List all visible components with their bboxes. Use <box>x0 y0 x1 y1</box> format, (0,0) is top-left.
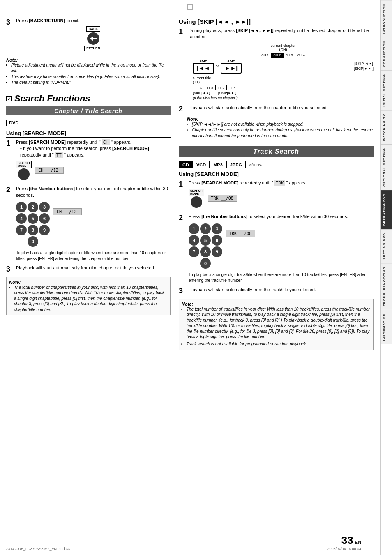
back-return-diagram: BACK RETURN <box>16 26 171 51</box>
ts-note-box: Note: The total number of tracks/files i… <box>179 299 374 350</box>
chapter-diagram: current chapter(CH) CH 1 CH 2 CH 3 CH 4 <box>193 44 374 100</box>
numpad-btn-5: 5 <box>28 213 38 224</box>
dvd-badge: DVD <box>6 120 21 126</box>
skip-right-label: [SKIP|►►|] <box>354 67 374 71</box>
right-note-list: [SKIP|◄◄/►►|] are not available when pla… <box>187 122 374 139</box>
sidebar-tab-watching-tv[interactable]: WATCHING TV <box>381 110 392 144</box>
footer-left: A74GCUE_LD370SS8 M2_EN.indd 33 <box>6 547 70 551</box>
format-tab-mp3[interactable]: MP3 <box>210 161 226 168</box>
left-step2-text: Press [the Number buttons] to select you… <box>16 186 171 198</box>
left-step2-content: Press [the Number buttons] to select you… <box>16 186 171 262</box>
search-mode-button <box>18 168 30 180</box>
ts-search-diagram: SEARCHMODE TRK __/08 <box>189 189 374 208</box>
ts-step1-content: Press [SEARCH MODE] repeatedly until " T… <box>189 180 374 210</box>
left-step3b-content: Playback will start automatically from t… <box>16 265 171 271</box>
left-column: 3 Press [BACK/RETURN] to exit. BACK <box>6 18 171 353</box>
note-title-1: Note: <box>6 58 171 62</box>
sidebar-tab-connection[interactable]: CONNECTION <box>381 37 392 70</box>
left-step2: 2 Press [the Number buttons] to select y… <box>6 186 171 262</box>
numpad-btn-1: 1 <box>16 202 27 212</box>
numpad-btn-2: 2 <box>28 202 38 212</box>
search-mode-diagram-1: SEARCHMODE CH __/12 <box>16 161 171 180</box>
left-step1: 1 Press [SEARCH MODE] repeatedly until "… <box>6 139 171 182</box>
right-step1-num: 1 <box>179 28 186 36</box>
right-note-item-1: [SKIP|◄◄/►►|] are not available when pla… <box>192 122 374 127</box>
note-item-1-3: The default setting is "NORMAL". <box>11 80 171 85</box>
sidebar-tab-setting-dvd[interactable]: SETTING DVD <box>381 229 392 263</box>
left-step2-num: 2 <box>6 186 14 194</box>
note-item-1-1: Picture adjustment menu will not be disp… <box>11 62 171 74</box>
sidebar-tab-initial-setting[interactable]: INITIAL SETTING <box>381 70 392 110</box>
track-search-banner: Track Search <box>179 146 374 157</box>
note-item-1-2: This feature may have no effect on some … <box>11 74 171 80</box>
chapter-display: CH __/12 <box>35 167 64 174</box>
step3-text: Press [BACK/RETURN] to exit. <box>16 18 80 23</box>
chapter-title-search-banner: Chapter / Title Search <box>6 106 171 115</box>
ts-note-title: Note: <box>182 302 371 306</box>
ts-numpad-btn-1: 1 <box>189 223 199 234</box>
format-tab-jpeg[interactable]: JPEG <box>226 161 246 168</box>
wo-pbc-label: w/o PBC <box>249 163 263 167</box>
current-title-label: current title(TT) <box>193 76 374 84</box>
sidebar-tab-troubleshooting[interactable]: TROUBLESHOOTING <box>381 263 392 309</box>
ts-numpad-btn-4: 4 <box>189 235 199 246</box>
right-step2-text: Playback will start automatically from t… <box>189 105 374 111</box>
numpad-btn-6: 6 <box>39 213 50 224</box>
numpad-2: 1 2 3 4 5 6 7 8 9 0 <box>189 223 222 269</box>
sidebar-tab-operating-dvd[interactable]: OPERATING DVD <box>381 190 392 229</box>
sidebar-tab-introduction[interactable]: INTRODUCTION <box>381 0 392 37</box>
footer: A74GCUE_LD370SS8 M2_EN.indd 33 33 EN 200… <box>6 532 361 551</box>
skip-left-tt-label: [SKIP|◄◄] <box>193 91 210 95</box>
skip-tt-labels: [SKIP|◄◄] [SKIP|►►|] <box>193 91 374 95</box>
dvd-format-row: DVD <box>6 118 171 128</box>
ts-step1-text: Press [SEARCH MODE] repeatedly until " T… <box>189 180 374 186</box>
ts-numpad-btn-6: 6 <box>212 235 222 246</box>
left-step1-text: Press [SEARCH MODE] repeatedly until " C… <box>16 139 171 145</box>
right-column: Using [SKIP |◄◄ , ►►|] 1 During playback… <box>179 18 374 353</box>
back-label: BACK <box>86 26 100 32</box>
left-step3b-num: 3 <box>6 265 14 274</box>
note-list-2: The total number of chapters/titles in y… <box>9 285 168 313</box>
ts-search-mode-button-label: SEARCHMODE <box>189 189 204 196</box>
footer-right: 2008/04/04 16:00:04 <box>327 547 361 551</box>
ts-numpad-btn-7: 7 <box>189 246 199 257</box>
ts-numpad-btn-8: 8 <box>200 246 211 257</box>
page-number-group: 33 EN <box>341 534 361 547</box>
step3-content: Press [BACK/RETURN] to exit. BACK <box>16 18 171 54</box>
back-button-icon <box>87 32 99 45</box>
skip-section-title: Using [SKIP |◄◄ , ►►|] <box>179 18 374 25</box>
skip-left-group: SKIP |◄◄ or SKIP ►►| <box>193 59 242 74</box>
ts-step2-text: Press [the Number buttons] to select you… <box>189 214 374 220</box>
skip-buttons-row: SKIP |◄◄ or SKIP ►►| <box>193 59 374 74</box>
ch-cells-row: CH 1 CH 2 CH 3 CH 4 <box>193 53 374 58</box>
skip-left-top-label: SKIP <box>199 59 207 62</box>
binding-circle <box>187 4 193 10</box>
format-tab-cd[interactable]: CD <box>179 161 193 168</box>
using-search-mode-heading-2: Using [SEARCH MODE] <box>179 171 374 178</box>
sidebar-tab-optional-setting[interactable]: OPTIONAL SETTING <box>381 144 392 190</box>
checkbox-icon: ✓ <box>6 96 12 101</box>
right-step2: 2 Playback will start automatically from… <box>179 105 374 113</box>
ts-note-item-2: Track search is not available for progra… <box>187 341 371 347</box>
search-functions-heading: ✓ Search Functions <box>6 93 171 104</box>
skip-labels-column: [SKIP|◄◄] [SKIP|►►|] <box>354 62 374 71</box>
tt-cell-1: TT 1 <box>193 85 204 90</box>
no-chapter-note: (If the disc has no chapter.) <box>193 96 374 100</box>
section-title: Search Functions <box>14 93 90 104</box>
format-tab-vcd[interactable]: VCD <box>193 161 210 168</box>
sidebar-tab-information[interactable]: INFORMATION <box>381 310 392 344</box>
tt-cell-4: TT 4 <box>227 85 238 90</box>
main-content: 3 Press [BACK/RETURN] to exit. BACK <box>0 0 380 555</box>
ts-step2-content: Press [the Number buttons] to select you… <box>189 214 374 283</box>
numpad-btn-8: 8 <box>28 225 38 235</box>
ch-cell-2: CH 2 <box>271 53 283 58</box>
step3-exit: 3 Press [BACK/RETURN] to exit. BACK <box>6 18 171 54</box>
left-step3b-text: Playback will start automatically from t… <box>16 265 171 271</box>
ts-step3: 3 Playback will start automatically from… <box>179 287 374 295</box>
current-chapter-label: current chapter(CH) <box>193 44 374 52</box>
right-step1: 1 During playback, press [SKIP |◄◄, ►►|]… <box>179 28 374 101</box>
or-label: or <box>216 64 219 68</box>
numpad-btn-9: 9 <box>39 225 50 235</box>
title-diagram: current title(TT) TT 1 TT 2 TT 3 TT 4 [S… <box>193 76 374 100</box>
numpad-display-row: 1 2 3 4 5 6 7 8 9 0 CH __/ <box>16 200 171 249</box>
